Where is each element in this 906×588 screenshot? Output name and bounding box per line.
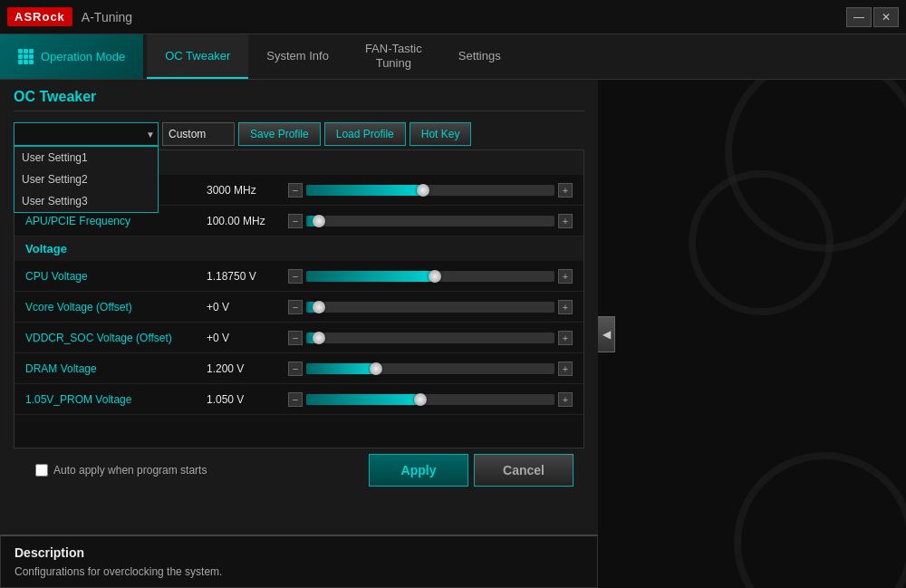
apu-freq-slider-container: − + <box>288 214 573 228</box>
tab-operation-mode-label: Operation Mode <box>41 50 125 63</box>
vddcr-increase-btn[interactable]: + <box>558 331 573 345</box>
prom-slider-track[interactable] <box>306 394 554 405</box>
table-row: Vcore Voltage (Offset) +0 V − + <box>14 292 583 323</box>
param-value-prom-volt: 1.050 V <box>207 393 288 406</box>
param-name-vddcr-soc: VDDCR_SOC Voltage (Offset) <box>25 332 207 344</box>
cpu-volt-decrease-btn[interactable]: − <box>288 269 303 284</box>
tab-oc-tweaker-label: OC Tweaker <box>165 49 230 63</box>
tab-fan-tastic-label: FAN-TasticTuning <box>365 42 422 70</box>
tab-settings-label: Settings <box>458 49 501 63</box>
cpu-freq-increase-btn[interactable]: + <box>558 183 573 198</box>
tab-system-info-label: System Info <box>266 49 329 63</box>
vddcr-decrease-btn[interactable]: − <box>288 331 303 345</box>
load-profile-button[interactable]: Load Profile <box>324 122 406 146</box>
table-row: DRAM Voltage 1.200 V − + <box>14 353 583 384</box>
grid-icon <box>18 49 34 64</box>
vddcr-slider-track[interactable] <box>306 333 554 343</box>
auto-apply-label: Auto apply when program starts <box>53 464 207 477</box>
bottom-bar: Auto apply when program starts Apply Can… <box>14 448 584 492</box>
close-button[interactable]: ✕ <box>873 7 899 27</box>
dropdown-item-2[interactable]: User Setting2 <box>14 169 158 190</box>
title-bar: ASRock A-Tuning — ✕ <box>0 0 906 34</box>
toolbar: User Setting1 User Setting2 User Setting… <box>14 122 584 146</box>
navbar: Operation Mode OC Tweaker System Info FA… <box>0 34 906 80</box>
tab-oc-tweaker[interactable]: OC Tweaker <box>147 34 248 79</box>
asrock-logo: ASRock <box>7 7 72 26</box>
param-value-vddcr-soc: +0 V <box>207 332 288 344</box>
description-text: Configurations for overclocking the syst… <box>14 565 583 578</box>
dropdown-item-3[interactable]: User Setting3 <box>14 190 158 212</box>
dram-increase-btn[interactable]: + <box>558 361 573 376</box>
cpu-freq-slider-container: − + <box>288 183 573 198</box>
vcore-decrease-btn[interactable]: − <box>288 300 303 314</box>
vcore-slider-container: − + <box>288 300 573 314</box>
auto-apply-checkbox[interactable] <box>35 464 48 477</box>
gear-decoration-3 <box>734 452 906 588</box>
hot-key-button[interactable]: Hot Key <box>410 122 472 146</box>
tab-operation-mode[interactable]: Operation Mode <box>0 34 143 79</box>
description-box: Description Configurations for overclock… <box>0 535 598 588</box>
dram-decrease-btn[interactable]: − <box>288 361 303 376</box>
cpu-volt-slider-track[interactable] <box>306 271 554 282</box>
dropdown-list: User Setting1 User Setting2 User Setting… <box>14 146 159 213</box>
prom-slider-container: − + <box>288 392 573 407</box>
dram-slider-container: − + <box>288 361 573 376</box>
description-title: Description <box>14 545 583 560</box>
dram-slider-track[interactable] <box>306 363 554 374</box>
param-name-vcore-offset: Vcore Voltage (Offset) <box>25 301 207 313</box>
param-name-apu-freq: APU/PCIE Frequency <box>25 215 207 227</box>
cancel-button[interactable]: Cancel <box>474 454 573 487</box>
gear-decoration-2 <box>689 170 834 315</box>
dropdown-item-1[interactable]: User Setting1 <box>14 147 158 169</box>
content-area: OC Tweaker User Setting1 User Setting2 U… <box>0 80 598 588</box>
param-value-cpu-volt: 1.18750 V <box>207 270 288 283</box>
param-value-apu-freq: 100.00 MHz <box>207 215 288 227</box>
tab-settings[interactable]: Settings <box>440 34 519 79</box>
vcore-slider-track[interactable] <box>306 302 554 313</box>
vcore-increase-btn[interactable]: + <box>558 300 573 314</box>
param-value-vcore-offset: +0 V <box>207 301 288 313</box>
table-row: CPU Voltage 1.18750 V − + <box>14 261 583 292</box>
apu-freq-slider-track[interactable] <box>306 216 554 227</box>
profile-dropdown-wrapper: User Setting1 User Setting2 User Setting… <box>14 122 159 146</box>
param-name-cpu-volt: CPU Voltage <box>25 270 207 283</box>
prom-decrease-btn[interactable]: − <box>288 392 303 407</box>
param-name-prom-volt: 1.05V_PROM Voltage <box>25 393 207 406</box>
logo-area: ASRock A-Tuning <box>7 7 132 26</box>
cpu-freq-decrease-btn[interactable]: − <box>288 183 303 198</box>
cpu-volt-increase-btn[interactable]: + <box>558 269 573 284</box>
app-title: A-Tuning <box>82 10 132 24</box>
apply-button[interactable]: Apply <box>369 454 468 487</box>
minimize-button[interactable]: — <box>846 7 872 27</box>
apu-freq-increase-btn[interactable]: + <box>558 214 573 228</box>
table-row: VDDCR_SOC Voltage (Offset) +0 V − + <box>14 323 583 353</box>
main-area: OC Tweaker User Setting1 User Setting2 U… <box>0 80 906 588</box>
custom-label: Custom <box>162 122 235 146</box>
param-value-cpu-freq: 3000 MHz <box>207 184 288 197</box>
vddcr-slider-container: − + <box>288 331 573 345</box>
param-name-dram-volt: DRAM Voltage <box>25 362 207 375</box>
cpu-freq-slider-track[interactable] <box>306 185 554 196</box>
param-value-dram-volt: 1.200 V <box>207 362 288 375</box>
side-panel-collapse-button[interactable]: ◀ <box>598 316 615 352</box>
window-controls: — ✕ <box>846 7 899 27</box>
auto-apply-row: Auto apply when program starts <box>35 464 207 477</box>
tab-system-info[interactable]: System Info <box>248 34 347 79</box>
table-row: 1.05V_PROM Voltage 1.050 V − + <box>14 384 583 415</box>
tab-fan-tastic[interactable]: FAN-TasticTuning <box>347 34 440 79</box>
section-title: OC Tweaker <box>14 89 584 111</box>
apu-freq-decrease-btn[interactable]: − <box>288 214 303 228</box>
cpu-volt-slider-container: − + <box>288 269 573 284</box>
prom-increase-btn[interactable]: + <box>558 392 573 407</box>
right-decorative-panel: ◀ <box>598 80 906 588</box>
save-profile-button[interactable]: Save Profile <box>238 122 321 146</box>
voltage-section-header: Voltage <box>14 236 583 261</box>
profile-select[interactable]: User Setting1 User Setting2 User Setting… <box>14 122 159 146</box>
